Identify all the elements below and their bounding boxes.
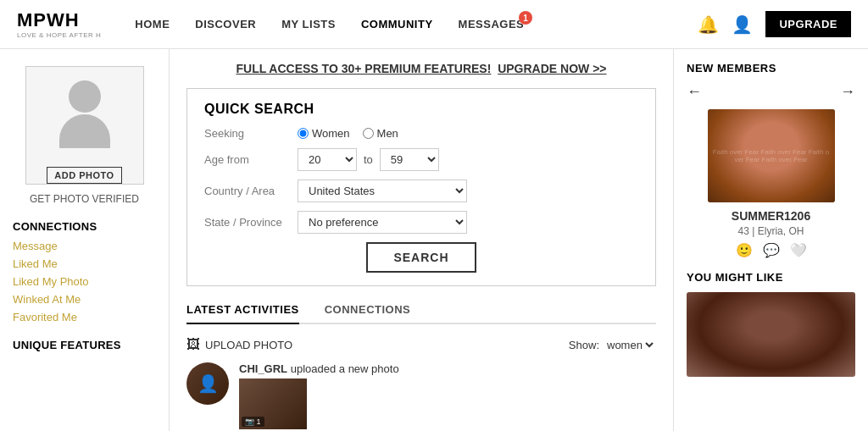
- country-row: Country / Area United States: [204, 180, 638, 202]
- nav-item-home[interactable]: HOME: [135, 18, 170, 30]
- member-photo-img: Faith over Fear Faith over Fear Faith ov…: [708, 109, 835, 202]
- photo-count: 1: [257, 417, 261, 426]
- show-filter: Show: women men: [569, 338, 656, 352]
- might-like-photo[interactable]: [687, 292, 855, 377]
- member-age: 43: [738, 225, 749, 237]
- seeking-women-label: Women: [312, 127, 350, 140]
- new-members-title: NEW MEMBERS: [687, 62, 855, 75]
- you-might-like-title: YOU MIGHT LIKE: [687, 271, 855, 284]
- show-label: Show:: [569, 339, 599, 351]
- activity-text: CHI_GRL uploaded a new photo: [239, 362, 399, 375]
- sidebar-link-liked-me[interactable]: Liked Me: [13, 257, 156, 270]
- seeking-row: Seeking Women Men: [204, 127, 638, 140]
- logo-title: MPWH: [17, 9, 101, 31]
- user-icon[interactable]: 👤: [732, 14, 753, 35]
- tab-latest-activities[interactable]: LATEST ACTIVITIES: [186, 303, 299, 324]
- age-from-select[interactable]: 20: [298, 148, 357, 171]
- search-button[interactable]: SEARCH: [366, 242, 476, 273]
- upload-photo-label: UPLOAD PHOTO: [205, 339, 292, 351]
- unique-features-title: UNIQUE FEATURES: [13, 339, 156, 351]
- members-prev-button[interactable]: ←: [687, 83, 702, 101]
- get-photo-verified: GET PHOTO VERIFIED: [13, 193, 156, 205]
- seeking-women-radio[interactable]: [298, 128, 309, 139]
- upload-photo-button[interactable]: 🖼 UPLOAD PHOTO: [186, 337, 292, 352]
- main-content: ADD PHOTO GET PHOTO VERIFIED CONNECTIONS…: [0, 49, 868, 431]
- age-row: Age from 20 to 59: [204, 148, 638, 171]
- might-like-section: YOU MIGHT LIKE: [687, 271, 855, 377]
- profile-photo-box[interactable]: ADD PHOTO: [25, 66, 144, 185]
- member-location: Elyria, OH: [758, 225, 804, 237]
- nav-item-community[interactable]: COMMUNITY: [361, 18, 433, 30]
- sidebar-link-liked-my-photo[interactable]: Liked My Photo: [13, 275, 156, 288]
- member-chat-button[interactable]: 💬: [763, 242, 780, 258]
- members-next-button[interactable]: →: [840, 83, 855, 101]
- sidebar-link-favorited-me[interactable]: Favorited Me: [13, 311, 156, 323]
- member-info: 43 | Elyria, OH: [687, 225, 855, 237]
- age-from-label: Age from: [204, 153, 298, 166]
- age-selects: 20 to 59: [298, 148, 439, 171]
- premium-banner: FULL ACCESS TO 30+ PREMIUM FEATURES! UPG…: [186, 62, 656, 75]
- nav-item-messages[interactable]: MESSAGES 1: [459, 18, 525, 30]
- sidebar-link-message[interactable]: Message: [13, 240, 156, 252]
- quick-search-box: QUICK SEARCH Seeking Women Men Age: [186, 88, 656, 286]
- activity-avatar-img: 👤: [186, 362, 229, 405]
- seeking-radio-group: Women Men: [298, 127, 398, 140]
- member-smile-button[interactable]: 🙂: [736, 242, 753, 258]
- member-actions: 🙂 💬 🤍: [687, 242, 855, 258]
- sidebar-link-winked-at-me[interactable]: Winked At Me: [13, 293, 156, 306]
- connections-section-title: CONNECTIONS: [13, 220, 156, 233]
- activity-photo-thumb: 📷 1: [239, 379, 307, 429]
- messages-badge: 1: [519, 11, 532, 25]
- age-to-select[interactable]: 59: [380, 148, 439, 171]
- activities-tabs: LATEST ACTIVITIES CONNECTIONS: [186, 303, 656, 324]
- state-row: State / Province No preference: [204, 211, 638, 234]
- seeking-women-option[interactable]: Women: [298, 127, 350, 140]
- left-sidebar: ADD PHOTO GET PHOTO VERIFIED CONNECTIONS…: [0, 49, 170, 431]
- right-sidebar: NEW MEMBERS ← → Faith over Fear Faith ov…: [673, 49, 868, 431]
- image-icon: 🖼: [186, 337, 200, 352]
- header-right: 🔔 👤 UPGRADE: [698, 11, 851, 37]
- nav-item-discover[interactable]: DISCOVER: [195, 18, 256, 30]
- member-username[interactable]: SUMMER1206: [687, 209, 855, 223]
- country-select[interactable]: United States: [298, 180, 467, 202]
- show-select[interactable]: women men: [604, 338, 656, 352]
- activity-avatar: 👤: [186, 362, 229, 405]
- state-label: State / Province: [204, 216, 298, 229]
- logo: MPWH LOVE & HOPE AFTER H: [17, 9, 101, 39]
- seeking-label: Seeking: [204, 127, 298, 140]
- bell-icon[interactable]: 🔔: [698, 14, 719, 35]
- member-photo[interactable]: Faith over Fear Faith over Fear Faith ov…: [708, 109, 835, 202]
- center-content: FULL ACCESS TO 30+ PREMIUM FEATURES! UPG…: [170, 49, 673, 431]
- add-photo-label: ADD PHOTO: [47, 167, 121, 184]
- main-nav: HOME DISCOVER MY LISTS COMMUNITY MESSAGE…: [135, 18, 698, 30]
- premium-text: FULL ACCESS TO 30+ PREMIUM FEATURES!: [236, 62, 491, 75]
- seeking-men-radio[interactable]: [363, 128, 374, 139]
- state-select[interactable]: No preference: [298, 211, 467, 234]
- age-to-label: to: [364, 153, 373, 166]
- quick-search-title: QUICK SEARCH: [204, 102, 638, 117]
- seeking-men-option[interactable]: Men: [363, 127, 398, 140]
- nav-item-my-lists[interactable]: MY LISTS: [281, 18, 336, 30]
- member-heart-button[interactable]: 🤍: [790, 242, 807, 258]
- upgrade-link[interactable]: UPGRADE NOW >>: [498, 62, 606, 75]
- logo-subtitle: LOVE & HOPE AFTER H: [17, 31, 101, 39]
- member-card: Faith over Fear Faith over Fear Faith ov…: [687, 109, 855, 258]
- activities-toolbar: 🖼 UPLOAD PHOTO Show: women men: [186, 337, 656, 352]
- tab-connections[interactable]: CONNECTIONS: [325, 303, 411, 323]
- seeking-men-label: Men: [377, 127, 398, 140]
- header: MPWH LOVE & HOPE AFTER H HOME DISCOVER M…: [0, 0, 868, 49]
- upgrade-button[interactable]: UPGRADE: [765, 11, 851, 37]
- country-label: Country / Area: [204, 185, 298, 197]
- activity-action: uploaded a new photo: [291, 362, 399, 375]
- activity-item: 👤 CHI_GRL uploaded a new photo 📷 1: [186, 362, 656, 429]
- members-nav: ← →: [687, 83, 855, 101]
- activity-username[interactable]: CHI_GRL: [239, 362, 287, 375]
